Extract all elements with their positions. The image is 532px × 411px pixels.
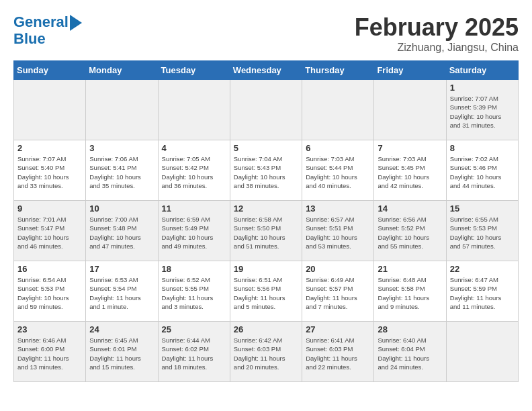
weekday-header-friday: Friday (374, 61, 446, 80)
calendar-cell: 22Sunrise: 6:47 AMSunset: 5:59 PMDayligh… (446, 261, 518, 322)
day-info: Sunrise: 7:06 AMSunset: 5:41 PMDaylight:… (89, 154, 154, 190)
logo-blue: Blue (13, 31, 82, 47)
day-info: Sunrise: 6:40 AMSunset: 6:04 PMDaylight:… (378, 336, 442, 371)
calendar-cell: 2Sunrise: 7:07 AMSunset: 5:40 PMDaylight… (14, 140, 86, 201)
day-number: 24 (89, 324, 154, 334)
calendar-cell: 27Sunrise: 6:41 AMSunset: 6:03 PMDayligh… (302, 322, 374, 382)
day-info: Sunrise: 6:56 AMSunset: 5:52 PMDaylight:… (378, 215, 442, 250)
calendar-header-row: SundayMondayTuesdayWednesdayThursdayFrid… (14, 61, 519, 80)
calendar-cell: 3Sunrise: 7:06 AMSunset: 5:41 PMDaylight… (86, 140, 158, 201)
weekday-header-thursday: Thursday (302, 61, 374, 80)
day-info: Sunrise: 6:58 AMSunset: 5:50 PMDaylight:… (234, 215, 298, 250)
day-number: 4 (162, 143, 226, 153)
day-number: 20 (306, 264, 370, 274)
calendar-week-row: 9Sunrise: 7:01 AMSunset: 5:47 PMDaylight… (14, 201, 519, 261)
calendar-cell (374, 80, 446, 140)
day-number: 18 (162, 264, 226, 274)
calendar-cell: 28Sunrise: 6:40 AMSunset: 6:04 PMDayligh… (374, 322, 446, 382)
calendar-week-row: 16Sunrise: 6:54 AMSunset: 5:53 PMDayligh… (14, 261, 519, 322)
day-number: 23 (17, 324, 82, 334)
calendar-cell: 11Sunrise: 6:59 AMSunset: 5:49 PMDayligh… (158, 201, 230, 261)
weekday-header-wednesday: Wednesday (230, 61, 302, 80)
day-number: 8 (450, 143, 515, 153)
day-info: Sunrise: 6:52 AMSunset: 5:55 PMDaylight:… (162, 275, 226, 311)
calendar-week-row: 23Sunrise: 6:46 AMSunset: 6:00 PMDayligh… (14, 322, 519, 382)
calendar-cell: 12Sunrise: 6:58 AMSunset: 5:50 PMDayligh… (230, 201, 302, 261)
logo: General Blue (13, 13, 82, 47)
day-number: 9 (17, 203, 82, 214)
calendar-cell: 23Sunrise: 6:46 AMSunset: 6:00 PMDayligh… (14, 322, 86, 382)
day-info: Sunrise: 6:57 AMSunset: 5:51 PMDaylight:… (306, 215, 370, 250)
day-number: 17 (89, 264, 154, 274)
day-info: Sunrise: 6:49 AMSunset: 5:57 PMDaylight:… (306, 275, 370, 311)
day-info: Sunrise: 6:41 AMSunset: 6:03 PMDaylight:… (306, 336, 370, 371)
calendar-cell: 9Sunrise: 7:01 AMSunset: 5:47 PMDaylight… (14, 201, 86, 261)
calendar-cell: 18Sunrise: 6:52 AMSunset: 5:55 PMDayligh… (158, 261, 230, 322)
day-number: 15 (450, 203, 515, 214)
day-number: 2 (17, 143, 82, 153)
day-info: Sunrise: 6:51 AMSunset: 5:56 PMDaylight:… (234, 275, 298, 311)
day-info: Sunrise: 6:53 AMSunset: 5:54 PMDaylight:… (89, 275, 154, 311)
day-number: 5 (234, 143, 298, 153)
calendar-cell (86, 80, 158, 140)
day-info: Sunrise: 6:47 AMSunset: 5:59 PMDaylight:… (450, 275, 515, 311)
day-number: 1 (450, 83, 515, 93)
day-info: Sunrise: 6:44 AMSunset: 6:02 PMDaylight:… (162, 336, 226, 371)
location-text: Zizhuang, Jiangsu, China (355, 42, 519, 54)
calendar-cell (302, 80, 374, 140)
calendar-cell: 20Sunrise: 6:49 AMSunset: 5:57 PMDayligh… (302, 261, 374, 322)
day-number: 28 (378, 324, 442, 334)
day-info: Sunrise: 7:07 AMSunset: 5:40 PMDaylight:… (17, 154, 82, 190)
day-number: 19 (234, 264, 298, 274)
calendar-cell: 10Sunrise: 7:00 AMSunset: 5:48 PMDayligh… (86, 201, 158, 261)
weekday-header-tuesday: Tuesday (158, 61, 230, 80)
logo-arrow-icon (70, 15, 82, 31)
day-number: 26 (234, 324, 298, 334)
weekday-header-monday: Monday (86, 61, 158, 80)
day-info: Sunrise: 7:03 AMSunset: 5:44 PMDaylight:… (306, 154, 370, 190)
calendar-week-row: 2Sunrise: 7:07 AMSunset: 5:40 PMDaylight… (14, 140, 519, 201)
calendar-cell (230, 80, 302, 140)
day-info: Sunrise: 7:00 AMSunset: 5:48 PMDaylight:… (89, 215, 154, 250)
day-info: Sunrise: 7:07 AMSunset: 5:39 PMDaylight:… (450, 94, 515, 130)
logo-text: General (13, 14, 69, 30)
calendar-cell: 21Sunrise: 6:48 AMSunset: 5:58 PMDayligh… (374, 261, 446, 322)
calendar-cell: 17Sunrise: 6:53 AMSunset: 5:54 PMDayligh… (86, 261, 158, 322)
calendar-cell: 5Sunrise: 7:04 AMSunset: 5:43 PMDaylight… (230, 140, 302, 201)
day-info: Sunrise: 6:48 AMSunset: 5:58 PMDaylight:… (378, 275, 442, 311)
day-number: 6 (306, 143, 370, 153)
calendar-cell (446, 322, 518, 382)
weekday-header-saturday: Saturday (446, 61, 518, 80)
day-number: 27 (306, 324, 370, 334)
day-number: 21 (378, 264, 442, 274)
calendar-cell (14, 80, 86, 140)
day-info: Sunrise: 7:03 AMSunset: 5:45 PMDaylight:… (378, 154, 442, 190)
day-info: Sunrise: 6:59 AMSunset: 5:49 PMDaylight:… (162, 215, 226, 250)
day-info: Sunrise: 7:02 AMSunset: 5:46 PMDaylight:… (450, 154, 515, 190)
day-number: 25 (162, 324, 226, 334)
calendar-cell: 7Sunrise: 7:03 AMSunset: 5:45 PMDaylight… (374, 140, 446, 201)
calendar-cell: 8Sunrise: 7:02 AMSunset: 5:46 PMDaylight… (446, 140, 518, 201)
day-number: 16 (17, 264, 82, 274)
page-header: General Blue February 2025 Zizhuang, Jia… (13, 13, 519, 54)
title-block: February 2025 Zizhuang, Jiangsu, China (355, 13, 519, 54)
day-info: Sunrise: 6:54 AMSunset: 5:53 PMDaylight:… (17, 275, 82, 311)
day-number: 14 (378, 203, 442, 214)
day-info: Sunrise: 7:01 AMSunset: 5:47 PMDaylight:… (17, 215, 82, 250)
calendar-cell: 25Sunrise: 6:44 AMSunset: 6:02 PMDayligh… (158, 322, 230, 382)
day-number: 7 (378, 143, 442, 153)
calendar-cell: 13Sunrise: 6:57 AMSunset: 5:51 PMDayligh… (302, 201, 374, 261)
weekday-header-sunday: Sunday (14, 61, 86, 80)
calendar-cell: 15Sunrise: 6:55 AMSunset: 5:53 PMDayligh… (446, 201, 518, 261)
calendar-cell: 6Sunrise: 7:03 AMSunset: 5:44 PMDaylight… (302, 140, 374, 201)
day-info: Sunrise: 6:46 AMSunset: 6:00 PMDaylight:… (17, 336, 82, 371)
calendar-cell: 16Sunrise: 6:54 AMSunset: 5:53 PMDayligh… (14, 261, 86, 322)
day-info: Sunrise: 6:42 AMSunset: 6:03 PMDaylight:… (234, 336, 298, 371)
day-number: 22 (450, 264, 515, 274)
day-number: 11 (162, 203, 226, 214)
calendar-cell: 4Sunrise: 7:05 AMSunset: 5:42 PMDaylight… (158, 140, 230, 201)
calendar-cell: 26Sunrise: 6:42 AMSunset: 6:03 PMDayligh… (230, 322, 302, 382)
day-number: 10 (89, 203, 154, 214)
calendar-week-row: 1Sunrise: 7:07 AMSunset: 5:39 PMDaylight… (14, 80, 519, 140)
day-info: Sunrise: 7:04 AMSunset: 5:43 PMDaylight:… (234, 154, 298, 190)
